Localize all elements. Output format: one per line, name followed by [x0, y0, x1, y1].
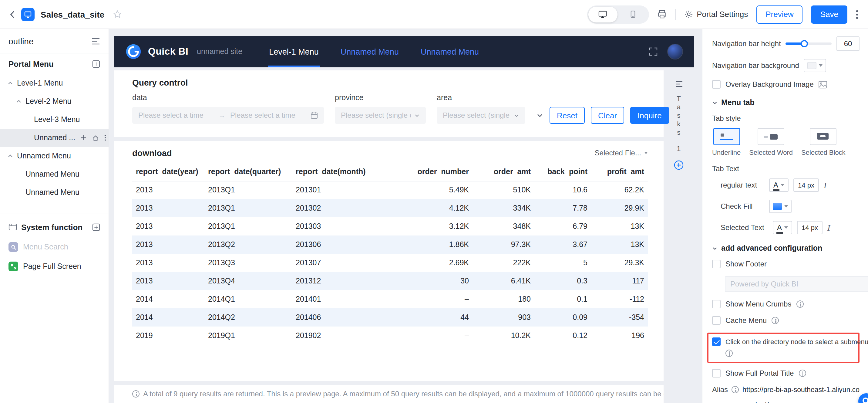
info-icon[interactable] — [796, 300, 803, 308]
cell: 201306 — [292, 235, 405, 254]
save-button[interactable]: Save — [811, 5, 847, 23]
tree-item-unnamed-selected[interactable]: Unnamed ... — [0, 129, 108, 147]
tab-style-option-selected-block[interactable]: Selected Block — [801, 128, 845, 156]
tree-item-unnamed-menu[interactable]: Unnamed Menu — [0, 183, 108, 202]
chevron-up-icon[interactable] — [7, 80, 17, 86]
cache-menu-label: Cache Menu — [725, 316, 767, 325]
cell: 3.67 — [534, 235, 591, 254]
site-app-icon — [21, 7, 35, 21]
tree-item-level3-menu[interactable]: Level-3 Menu — [0, 111, 108, 129]
mobile-view-button[interactable] — [618, 6, 648, 22]
menu-tab-section-header[interactable]: Menu tab — [712, 98, 860, 107]
outline-title: outline — [8, 36, 34, 46]
regular-text-color-picker[interactable] — [769, 178, 788, 192]
date-field-label: data — [132, 93, 324, 102]
menu-search-item[interactable]: Menu Search — [0, 237, 108, 257]
avatar[interactable] — [667, 44, 683, 59]
cell: 3.12K — [405, 217, 472, 235]
more-menu-icon[interactable] — [856, 9, 858, 19]
favorite-star-icon[interactable] — [113, 10, 122, 19]
quick-bi-logo — [125, 43, 142, 60]
portal-settings-button[interactable]: Portal Settings — [684, 10, 748, 19]
topbar-left: Sales_data_site — [10, 7, 122, 21]
nav-bar-height-slider[interactable] — [786, 42, 832, 45]
page-full-screen-item[interactable]: Page Full Screen — [0, 257, 108, 276]
page-full-screen-icon — [8, 262, 18, 271]
preview-menu-item[interactable]: Unnamed Menu — [420, 36, 480, 67]
info-icon[interactable] — [732, 386, 739, 393]
selected-text-color-picker[interactable] — [773, 221, 792, 234]
chevron-up-icon[interactable] — [7, 153, 17, 159]
tree-item-unnamed-menu[interactable]: Unnamed Menu — [0, 147, 108, 165]
add-portal-menu-icon[interactable] — [92, 60, 100, 68]
italic-icon[interactable] — [827, 222, 830, 233]
show-menu-crumbs-checkbox[interactable] — [712, 300, 721, 308]
show-full-portal-title-label: Show Full Portal Title — [725, 369, 794, 377]
page-full-screen-label: Page Full Screen — [23, 262, 81, 271]
column-header: back_point — [534, 163, 591, 181]
chevron-down-icon — [514, 113, 519, 118]
desktop-view-button[interactable] — [588, 6, 617, 22]
tree-item-unnamed-menu[interactable]: Unnamed Menu — [0, 165, 108, 183]
back-button[interactable] — [10, 10, 15, 19]
click-directory-checkbox[interactable] — [712, 338, 721, 346]
add-icon[interactable] — [81, 135, 87, 141]
help-fab[interactable] — [858, 393, 868, 403]
selected-text-size-input[interactable]: 14 px — [797, 221, 823, 234]
reset-button[interactable]: Reset — [550, 107, 585, 124]
tree-item-level2-menu[interactable]: Level-2 Menu — [0, 92, 108, 111]
chevron-up-icon[interactable] — [16, 98, 26, 105]
cache-menu-checkbox[interactable] — [712, 316, 721, 325]
advanced-config-section-header[interactable]: add advanced configuration — [712, 244, 860, 253]
nav-bar-background-picker[interactable] — [804, 59, 827, 72]
collapse-panel-icon[interactable] — [675, 81, 683, 87]
click-directory-label: Click on the directory node to select a … — [725, 338, 868, 345]
print-icon[interactable] — [657, 10, 666, 19]
italic-icon[interactable] — [824, 180, 827, 191]
chevron-down-icon — [781, 184, 784, 186]
preview-menu-item[interactable]: Unnamed Menu — [339, 36, 400, 67]
add-task-icon[interactable] — [674, 160, 684, 170]
cell: 29.3K — [591, 254, 648, 272]
slider-handle[interactable] — [800, 40, 808, 47]
info-icon[interactable] — [799, 370, 806, 377]
show-full-portal-title-checkbox[interactable] — [712, 369, 721, 377]
nav-bar-height-input[interactable] — [836, 36, 860, 51]
portal-preview: Quick BI unnamed site Level-1 Menu Unnam… — [114, 36, 694, 403]
check-fill-color-picker[interactable] — [769, 200, 792, 213]
preview-button[interactable]: Preview — [756, 5, 803, 23]
cell: 201302 — [292, 199, 405, 217]
cell: 201406 — [292, 308, 405, 326]
province-select[interactable]: Please select (single ch... — [335, 107, 426, 124]
chevron-down-icon — [819, 64, 823, 67]
clear-button[interactable]: Clear — [591, 107, 624, 124]
fullscreen-icon[interactable] — [649, 47, 657, 56]
overlay-background-checkbox[interactable] — [712, 80, 721, 89]
info-icon[interactable] — [772, 317, 779, 324]
column-header: profit_amt — [591, 163, 648, 181]
cell: 2014 — [132, 290, 205, 308]
topbar: Sales_data_site Portal Settings Preview … — [0, 0, 868, 29]
selected-fields-dropdown[interactable]: Selected Fie... — [595, 149, 648, 157]
footer-text-input: Powered by Quick BI — [725, 276, 868, 292]
tasks-tab-label[interactable]: Tasks — [675, 95, 682, 137]
add-system-function-icon[interactable] — [92, 223, 100, 231]
preview-menu-item[interactable]: Level-1 Menu — [268, 36, 320, 67]
nav-bar-height-row: Navigation bar height — [712, 36, 860, 51]
outline-collapse-icon[interactable] — [92, 37, 100, 45]
show-footer-checkbox[interactable] — [712, 260, 721, 268]
image-icon[interactable] — [818, 80, 828, 88]
tab-style-option-selected-word[interactable]: Selected Word — [749, 128, 793, 156]
tree-item-level1-menu[interactable]: Level-1 Menu — [0, 74, 108, 92]
tab-style-option-label: Selected Word — [749, 149, 793, 156]
info-icon[interactable] — [725, 350, 733, 357]
tab-style-option-underline[interactable]: Underline — [712, 128, 741, 156]
date-range-input[interactable]: Please select a time → Please select a t… — [132, 107, 324, 124]
cell: 2019Q1 — [205, 326, 292, 345]
area-select[interactable]: Please select (single ch... — [437, 107, 525, 124]
more-icon[interactable] — [104, 134, 106, 141]
regular-text-size-input[interactable]: 14 px — [794, 178, 819, 192]
home-icon[interactable] — [92, 135, 99, 141]
expand-filters-icon[interactable] — [536, 112, 544, 119]
inquire-button[interactable]: Inquire — [630, 107, 669, 124]
